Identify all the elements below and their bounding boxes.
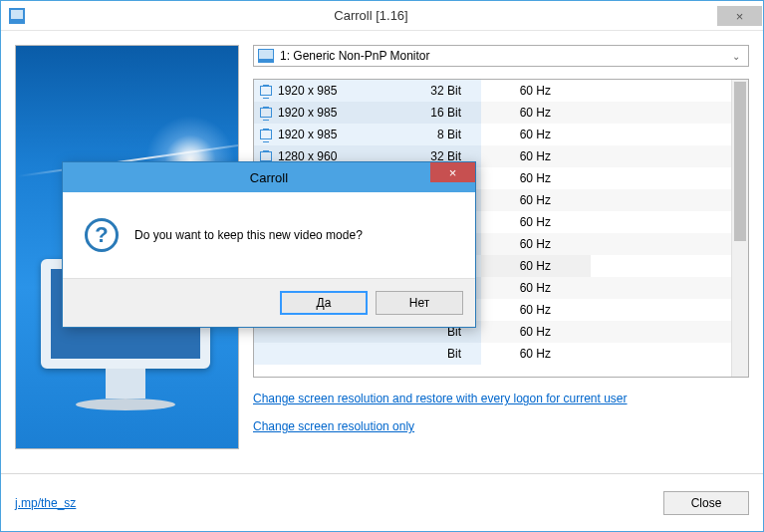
footer-link[interactable]: j.mp/the_sz bbox=[15, 496, 76, 510]
refresh-rate-cell: 60 Hz bbox=[481, 211, 591, 233]
no-button[interactable]: Нет bbox=[376, 291, 463, 315]
refresh-rate-cell: 60 Hz bbox=[481, 299, 591, 321]
app-icon bbox=[9, 8, 25, 24]
link-area: Change screen resolution and restore wit… bbox=[253, 392, 749, 447]
resolution-text: 1920 x 985 bbox=[278, 128, 337, 141]
resolution-row[interactable]: Bit60 Hz bbox=[254, 343, 731, 365]
resolution-text: 1920 x 985 bbox=[278, 106, 337, 120]
bit-depth-cell: 16 Bit bbox=[382, 102, 481, 124]
resolution-row[interactable]: 1920 x 9858 Bit60 Hz bbox=[254, 124, 731, 145]
yes-button[interactable]: Да bbox=[280, 291, 368, 315]
link-change-and-restore[interactable]: Change screen resolution and restore wit… bbox=[253, 392, 628, 405]
refresh-rate-cell: 60 Hz bbox=[481, 102, 591, 124]
refresh-rate-cell: 60 Hz bbox=[481, 233, 591, 255]
window-title: Carroll [1.16] bbox=[25, 8, 717, 23]
monitor-base bbox=[76, 399, 175, 410]
refresh-rate-cell: 60 Hz bbox=[481, 145, 591, 167]
resolution-text: 1920 x 985 bbox=[278, 84, 337, 98]
chevron-down-icon: ⌄ bbox=[728, 51, 744, 62]
refresh-rate-cell: 60 Hz bbox=[481, 255, 591, 277]
bit-depth-cell: Bit bbox=[382, 343, 481, 365]
dialog-close-button[interactable]: × bbox=[430, 162, 475, 182]
resolution-row[interactable]: 1920 x 98516 Bit60 Hz bbox=[254, 102, 731, 124]
resolution-cell: 1920 x 985 bbox=[254, 80, 382, 102]
monitor-icon bbox=[258, 49, 274, 63]
confirm-dialog: Carroll × ? Do you want to keep this new… bbox=[62, 161, 476, 328]
close-button[interactable]: Close bbox=[663, 491, 749, 515]
resolution-icon bbox=[260, 86, 272, 96]
dialog-title: Carroll bbox=[63, 170, 475, 185]
scrollbar[interactable] bbox=[731, 80, 748, 377]
refresh-rate-cell: 60 Hz bbox=[481, 189, 591, 211]
refresh-rate-cell: 60 Hz bbox=[481, 124, 591, 145]
refresh-rate-cell: 60 Hz bbox=[481, 167, 591, 189]
dialog-body: ? Do you want to keep this new video mod… bbox=[63, 192, 475, 278]
bit-depth-cell: 8 Bit bbox=[382, 124, 481, 145]
resolution-icon bbox=[260, 108, 272, 118]
monitor-dropdown[interactable]: 1: Generic Non-PnP Monitor ⌄ bbox=[253, 45, 749, 67]
scrollbar-thumb[interactable] bbox=[734, 82, 746, 241]
main-titlebar: Carroll [1.16] × bbox=[1, 1, 763, 31]
refresh-rate-cell: 60 Hz bbox=[481, 321, 591, 343]
refresh-rate-cell: 60 Hz bbox=[481, 80, 591, 102]
link-change-only[interactable]: Change screen resolution only bbox=[253, 419, 414, 433]
resolution-icon bbox=[260, 151, 272, 161]
refresh-rate-cell: 60 Hz bbox=[481, 277, 591, 299]
dialog-titlebar: Carroll × bbox=[63, 162, 475, 192]
question-icon: ? bbox=[85, 218, 119, 252]
resolution-cell: 1920 x 985 bbox=[254, 124, 382, 145]
resolution-cell bbox=[254, 343, 382, 365]
bit-depth-cell: 32 Bit bbox=[382, 80, 481, 102]
footer: j.mp/the_sz Close bbox=[1, 473, 763, 531]
dialog-footer: Да Нет bbox=[63, 278, 475, 327]
window-close-button[interactable]: × bbox=[717, 6, 762, 26]
resolution-row[interactable]: 1920 x 98532 Bit60 Hz bbox=[254, 80, 731, 102]
monitor-dropdown-text: 1: Generic Non-PnP Monitor bbox=[280, 49, 728, 63]
dialog-message: Do you want to keep this new video mode? bbox=[134, 228, 363, 242]
resolution-icon bbox=[260, 130, 272, 139]
monitor-stand bbox=[106, 369, 145, 399]
resolution-cell: 1920 x 985 bbox=[254, 102, 382, 124]
refresh-rate-cell: 60 Hz bbox=[481, 343, 591, 365]
